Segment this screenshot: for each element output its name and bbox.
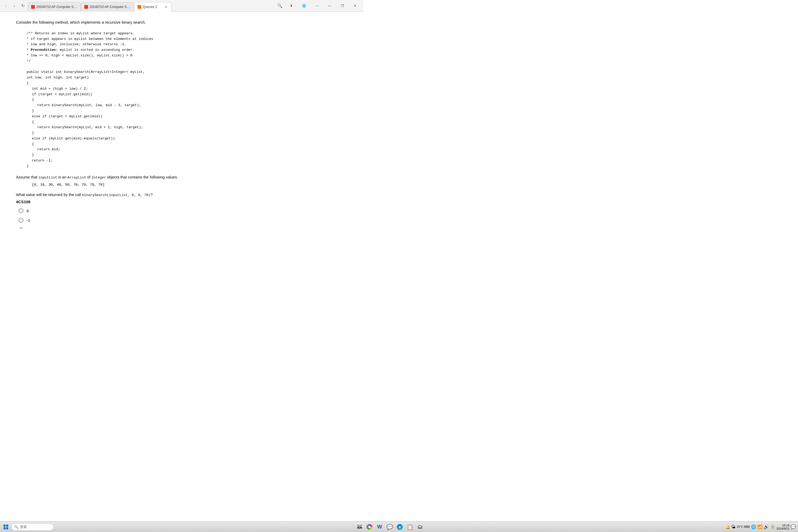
method-line-9: else if (target > myList.get(mid)) bbox=[32, 114, 347, 119]
method-line-15: return mid; bbox=[37, 147, 347, 152]
assume-prefix: Assume that bbox=[16, 175, 39, 179]
more-options-button[interactable]: ⋯ bbox=[311, 2, 323, 10]
method-line-17: return -1; bbox=[32, 158, 347, 164]
assume-end: objects that contains the following valu… bbox=[106, 175, 178, 179]
method-line-7: return binarySearch(myList, low, mid - 1… bbox=[37, 103, 347, 108]
comment-line-3: * low and high, inclusive; otherwise ret… bbox=[26, 42, 347, 48]
assume-mid1: is an bbox=[57, 175, 68, 179]
tabs-container: 20240710 AP Computer Science 20240710 AP… bbox=[28, 0, 274, 12]
question-label-suffix: ? bbox=[151, 193, 153, 197]
method-line-13: else if (myList.get(mid).equals(target)) bbox=[32, 136, 347, 141]
forward-button[interactable]: › bbox=[11, 2, 18, 10]
method-line-8: } bbox=[32, 108, 347, 114]
minimize-button[interactable]: — bbox=[323, 2, 336, 10]
radio-1[interactable] bbox=[19, 208, 23, 213]
array-value: [0, 10, 30, 40, 50, 70, 70, 70, 70] bbox=[32, 183, 104, 187]
comment-line-1: /** Returns an index in myList where tar… bbox=[26, 31, 347, 36]
method-line-2: int low, int high, int target) bbox=[26, 75, 347, 81]
radio-3[interactable] bbox=[19, 227, 23, 229]
close-window-button[interactable]: ✕ bbox=[349, 2, 361, 10]
search-button[interactable]: 🔍 bbox=[276, 2, 284, 10]
assume-text: Assume that inputList is an ArrayList of… bbox=[16, 174, 347, 180]
restore-button[interactable]: ❐ bbox=[336, 2, 348, 10]
option-1[interactable]: 6 bbox=[19, 208, 347, 213]
comment-line-5: * low >= 0, high < myList.size(), myList… bbox=[26, 53, 347, 58]
method-line-16: } bbox=[32, 152, 347, 158]
tab1-title: 20240710 AP Computer Science bbox=[36, 5, 77, 9]
tab-2[interactable]: 20240710 AP Computer Science bbox=[81, 2, 134, 12]
method-line-14: { bbox=[32, 141, 347, 147]
comment-line-4: * Precondition: myList is sorted in asce… bbox=[26, 48, 347, 53]
page-content: Consider the following method, which imp… bbox=[0, 12, 363, 229]
option-2[interactable]: -1 bbox=[19, 218, 347, 223]
tab2-favicon bbox=[84, 5, 88, 9]
array-display: [0, 10, 30, 40, 50, 70, 70, 70, 70] bbox=[32, 183, 347, 187]
method-line-4: int mid = (high + low) / 2; bbox=[32, 86, 347, 92]
radio-2[interactable] bbox=[19, 218, 23, 223]
method-line-5: if (target < myList.get(mid)) bbox=[32, 92, 347, 97]
comment-line-2: * if target appears in myList between th… bbox=[26, 36, 347, 42]
answer-options: 6 -1 5 8 7 bbox=[19, 208, 347, 229]
tab3-favicon bbox=[137, 5, 141, 9]
tab-3[interactable]: Quizzes 2 ✕ bbox=[134, 2, 171, 12]
method-line-18: } bbox=[26, 164, 347, 169]
tab3-close-button[interactable]: ✕ bbox=[164, 5, 168, 9]
option-3-label: 5 bbox=[26, 228, 29, 229]
option-1-label: 6 bbox=[26, 209, 29, 213]
question-intro: Consider the following method, which imp… bbox=[16, 20, 347, 25]
option-2-label: -1 bbox=[26, 218, 30, 223]
method-line-10: { bbox=[32, 119, 347, 125]
window-controls: ⬇ 🌐 ⋯ — ❐ ✕ bbox=[285, 2, 361, 10]
assume-mid2: of bbox=[86, 175, 92, 179]
assume-inline1: inputList bbox=[39, 175, 57, 179]
method-line-11: return binarySearch(myList, mid + 1, hig… bbox=[37, 125, 347, 130]
precondition-label: Precondition: bbox=[31, 48, 58, 52]
refresh-button[interactable]: ↻ bbox=[19, 2, 26, 10]
tab1-favicon bbox=[31, 5, 35, 9]
back-button[interactable]: ‹ bbox=[2, 2, 10, 10]
comment-line-6: */ bbox=[26, 58, 347, 64]
option-3[interactable]: 5 bbox=[19, 227, 347, 229]
tab-1[interactable]: 20240710 AP Computer Science bbox=[28, 2, 81, 12]
method-line-1: public static int binarySearch(ArrayList… bbox=[26, 70, 347, 75]
globe-button[interactable]: 🌐 bbox=[298, 2, 310, 10]
assume-inline2: ArrayList bbox=[68, 175, 86, 179]
question-label: What value will be returned by the call … bbox=[16, 192, 347, 198]
question-id: 4CS108 bbox=[16, 200, 347, 204]
method-line-3: { bbox=[26, 81, 347, 86]
download-button[interactable]: ⬇ bbox=[285, 2, 298, 10]
method-line-6: { bbox=[32, 97, 347, 103]
tab3-title: Quizzes 2 bbox=[143, 5, 162, 9]
method-line-12: } bbox=[32, 130, 347, 136]
browser-chrome: ‹ › ↻ 20240710 AP Computer Science 20240… bbox=[0, 0, 363, 12]
assume-inline3: Integer bbox=[92, 175, 106, 179]
question-call: binarySearch(inputList, 0, 8, 70) bbox=[82, 193, 150, 197]
question-label-prefix: What value will be returned by the call bbox=[16, 193, 82, 197]
tab2-title: 20240710 AP Computer Science bbox=[90, 5, 131, 9]
code-block: /** Returns an index in myList where tar… bbox=[26, 31, 347, 169]
